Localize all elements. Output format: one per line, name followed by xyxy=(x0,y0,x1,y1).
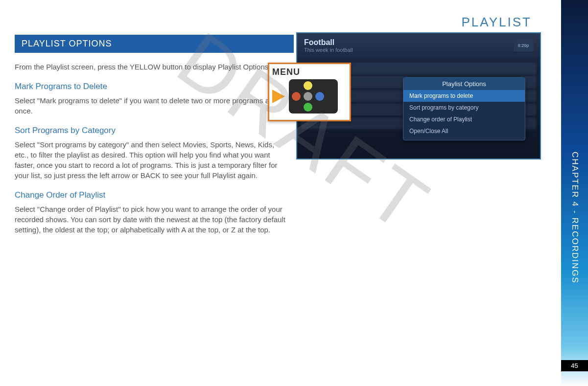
content-area: PLAYLIST PLAYLIST OPTIONS From the Playl… xyxy=(0,0,561,386)
green-button-icon xyxy=(304,103,312,112)
text-column: From the Playlist screen, press the YELL… xyxy=(15,62,286,245)
subheading-sort-category: Sort Programs by Category xyxy=(15,126,286,136)
paragraph-mark-delete: Select "Mark programs to delete" if you … xyxy=(15,95,286,116)
popup-item-change-order: Change order of Playlist xyxy=(403,114,525,125)
image-column: Football This week in football 8:29p xyxy=(296,62,551,245)
popup-item-mark-delete: Mark programs to delete xyxy=(403,90,525,102)
remote-button-cluster xyxy=(289,79,338,114)
tv-time-badge: 8:29p xyxy=(514,40,533,51)
page-title: PLAYLIST xyxy=(15,15,551,30)
tv-screenshot: Football This week in football 8:29p xyxy=(296,32,541,159)
subheading-mark-delete: Mark Programs to Delete xyxy=(15,82,286,91)
document-page: PLAYLIST PLAYLIST OPTIONS From the Playl… xyxy=(0,0,588,386)
section-heading-bar: PLAYLIST OPTIONS xyxy=(15,35,294,53)
paragraph-sort-category: Select "Sort programs by category" and t… xyxy=(15,139,286,181)
center-button-icon xyxy=(304,92,312,101)
playlist-options-popup: Playlist Options Mark programs to delete… xyxy=(403,77,525,140)
blue-button-icon xyxy=(315,92,324,101)
tv-header: Football This week in football 8:29p xyxy=(297,33,540,58)
popup-item-sort-category: Sort programs by category xyxy=(403,102,525,114)
paragraph-change-order: Select "Change order of Playlist" to pic… xyxy=(15,204,286,235)
popup-title: Playlist Options xyxy=(403,78,525,90)
page-number: 45 xyxy=(561,360,588,371)
subheading-change-order: Change Order of Playlist xyxy=(15,190,286,200)
popup-item-open-close: Open/Close All xyxy=(403,125,525,137)
yellow-arrow-icon xyxy=(272,90,285,103)
tv-program-title: Football xyxy=(304,38,353,47)
red-button-icon xyxy=(292,92,301,101)
two-column-layout: From the Playlist screen, press the YELL… xyxy=(15,62,551,245)
remote-menu-label: MENU xyxy=(272,67,347,77)
remote-inset: MENU xyxy=(268,63,351,121)
yellow-button-icon xyxy=(304,81,312,90)
chapter-label: CHAPTER 4 - RECORDINGS xyxy=(570,152,580,284)
remote-body xyxy=(272,79,347,114)
intro-paragraph: From the Playlist screen, press the YELL… xyxy=(15,62,286,72)
side-tab: CHAPTER 4 - RECORDINGS 45 xyxy=(561,0,588,386)
tv-program-subtitle: This week in football xyxy=(304,47,353,53)
